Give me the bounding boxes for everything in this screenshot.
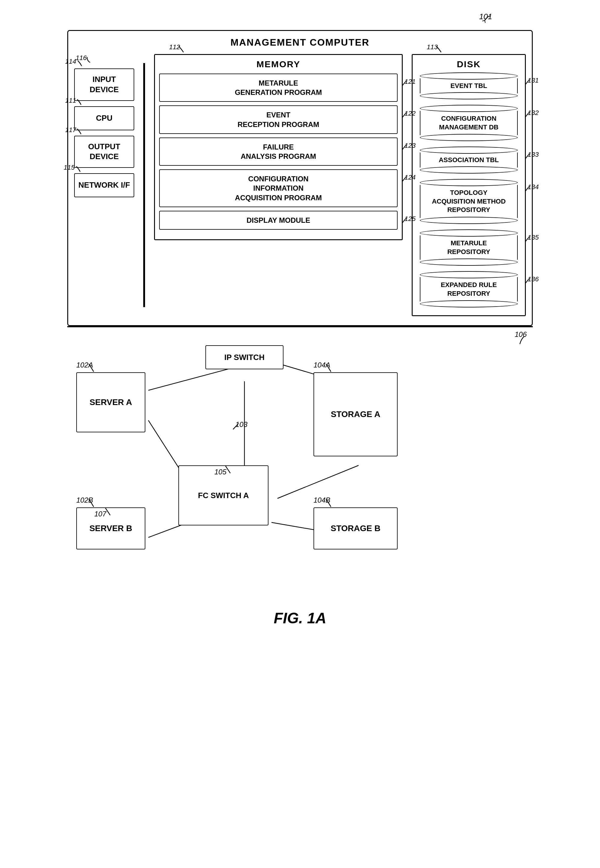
page: 101 MANAGEMENT COMPUTER 116 — [0, 0, 600, 868]
ref-132-arrow — [525, 111, 534, 117]
input-device-box: INPUTDEVICE — [74, 68, 134, 101]
ref-123-arrow — [402, 144, 411, 150]
ref-116-arrow — [86, 56, 95, 64]
storage-b-box: STORAGE B — [314, 507, 398, 549]
left-col: 116 114 INPUTDEVICE — [74, 63, 134, 197]
prog-event: EVENTRECEPTION PROGRAM — [159, 105, 398, 134]
ip-switch-box: IP SWITCH — [205, 345, 283, 369]
network-if-box: NETWORK I/F — [74, 173, 134, 197]
ref-102a-arrow — [88, 363, 96, 372]
bus-line — [143, 63, 145, 307]
svg-line-4 — [277, 465, 359, 498]
mgmt-computer-box: MANAGEMENT COMPUTER 116 114 — [67, 30, 533, 326]
ref-131-arrow — [525, 79, 534, 85]
cylinder-assoc-tbl: 133 ASSOCIATION TBL — [417, 147, 521, 174]
ref-105-arrow — [225, 465, 232, 474]
cpu-box: CPU — [74, 106, 134, 130]
cylinder-config-mgmt: 132 CONFIGURATIONMANAGEMENT DB — [417, 105, 521, 141]
ref-115-arrow — [76, 166, 83, 173]
cylinder-event-tbl: 131 EVENT TBL — [417, 73, 521, 99]
svg-line-0 — [148, 366, 238, 390]
ref-104a-arrow — [326, 363, 333, 372]
mgmt-computer-label: MANAGEMENT COMPUTER — [74, 37, 526, 48]
memory-box: MEMORY 121 METARULEGENERATION PROGRAM 12… — [154, 54, 403, 240]
disk-outer: DISK 131 EVENT TBL — [412, 54, 526, 316]
ref-103-arrow — [232, 423, 243, 430]
ref-107-arrow — [105, 507, 112, 516]
ref-121-arrow — [402, 80, 411, 86]
diagram-top: MANAGEMENT COMPUTER 116 114 — [15, 30, 585, 597]
server-a-box: SERVER A — [76, 372, 145, 432]
ref-114-arrow — [77, 60, 85, 68]
prog-display: DISPLAY MODULE — [159, 211, 398, 230]
disk-label: DISK — [417, 59, 521, 70]
ref-136-arrow — [525, 278, 534, 284]
ref-117: 117 — [65, 126, 76, 134]
cylinder-topology: 134 TOPOLOGYACQUISITION METHODREPOSITORY — [417, 179, 521, 224]
storage-a-box: STORAGE A — [314, 372, 398, 457]
memory-label: MEMORY — [159, 59, 398, 70]
ref-111-arrow — [77, 99, 84, 106]
memory-col: 112 MEMORY 121 METARULEGENERATION PROGR — [154, 54, 403, 240]
output-device-box: OUTPUTDEVICE — [74, 136, 134, 168]
ref-115: 115 — [64, 163, 75, 171]
cylinder-expanded: 136 EXPANDED RULEREPOSITORY — [417, 271, 521, 307]
mgmt-inner: 116 114 INPUTDEVICE — [74, 54, 526, 316]
ref-101-arrow — [479, 14, 497, 26]
ref-112-arrow — [178, 45, 186, 53]
ref-102b-arrow — [88, 498, 96, 507]
network-diagram: 106 — [67, 327, 533, 597]
ref-104b-arrow — [326, 498, 333, 507]
ref-122-arrow — [402, 112, 411, 118]
prog-config: CONFIGURATIONINFORMATIONACQUISITION PROG… — [159, 169, 398, 207]
ref-114: 114 — [65, 57, 76, 65]
prog-failure: FAILUREANALYSIS PROGRAM — [159, 138, 398, 166]
ref-133-arrow — [525, 153, 534, 159]
ref-125-arrow — [402, 217, 411, 223]
disk-col: 113 DISK 131 — [412, 54, 526, 316]
ref-124-arrow — [402, 176, 411, 182]
cylinder-metarule: 135 METARULEREPOSITORY — [417, 229, 521, 266]
ref-135-arrow — [525, 236, 534, 242]
fig-caption: FIG. 1A — [274, 609, 326, 627]
network-connections-svg — [67, 327, 533, 597]
ref-117-arrow — [77, 128, 84, 136]
ref-111: 111 — [65, 97, 76, 104]
ref-134-arrow — [525, 186, 534, 192]
prog-metarule: METARULEGENERATION PROGRAM — [159, 74, 398, 102]
ref-113-arrow — [436, 45, 443, 53]
